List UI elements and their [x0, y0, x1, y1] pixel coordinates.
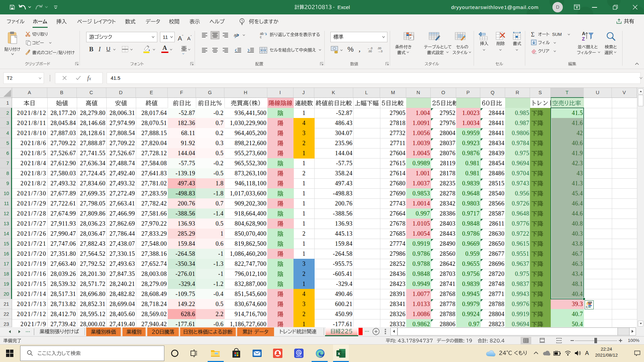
svg-text:.00: .00 — [368, 50, 372, 53]
svg-text:≠: ≠ — [410, 36, 412, 40]
svg-text:menu: menu — [296, 355, 302, 357]
svg-text:Z: Z — [582, 36, 585, 42]
svg-text:A: A — [582, 31, 585, 36]
svg-text:x: x — [338, 351, 340, 356]
svg-text:→.0: →.0 — [377, 50, 383, 53]
svg-text:c: c — [260, 35, 262, 39]
